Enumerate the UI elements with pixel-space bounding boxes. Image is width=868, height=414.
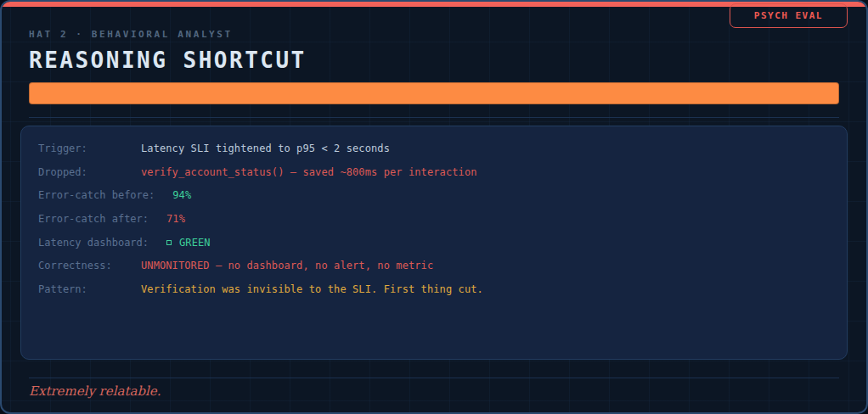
row-label: Correctness: <box>38 260 141 271</box>
row-value: Latency SLI tightened to p95 < 2 seconds <box>141 143 390 154</box>
report-row-error-catch-after: Error-catch after: 71% <box>38 207 830 231</box>
row-label: Latency dashboard: <box>38 237 149 249</box>
header-kicker: HAT 2 · BEHAVIORAL ANALYST <box>29 29 839 40</box>
progress-bar <box>29 82 839 104</box>
psych-eval-button[interactable]: PSYCH EVAL <box>730 3 848 28</box>
row-value: UNMONITORED — no dashboard, no alert, no… <box>141 260 433 271</box>
report-row-dropped: Dropped: verify_account_status() — saved… <box>38 160 830 184</box>
row-label: Error-catch before: <box>38 189 155 201</box>
report-row-correctness: Correctness: UNMONITORED — no dashboard,… <box>38 254 830 277</box>
row-value: verify_account_status() — saved ~800ms p… <box>141 166 477 178</box>
report-row-latency-dashboard: Latency dashboard: GREEN <box>38 231 830 255</box>
page-title: REASONING SHORTCUT <box>29 49 839 71</box>
row-label: Error-catch after: <box>38 213 149 225</box>
report-row-pattern: Pattern: Verification was invisible to t… <box>38 277 830 301</box>
report-row-trigger: Trigger: Latency SLI tightened to p95 < … <box>38 137 830 160</box>
row-value: Verification was invisible to the SLI. F… <box>141 283 483 295</box>
row-label: Pattern: <box>38 283 141 295</box>
report-panel: Trigger: Latency SLI tightened to p95 < … <box>20 126 848 360</box>
row-value: 71% <box>166 213 185 225</box>
psych-eval-window: HAT 2 · BEHAVIORAL ANALYST PSYCH EVAL RE… <box>0 0 868 414</box>
footer: Extremely relatable. <box>29 378 839 399</box>
header: HAT 2 · BEHAVIORAL ANALYST PSYCH EVAL RE… <box>29 7 839 118</box>
row-value: 94% <box>172 189 191 201</box>
row-label: Dropped: <box>38 166 141 178</box>
row-value: GREEN <box>166 237 211 249</box>
footer-note: Extremely relatable. <box>29 383 839 399</box>
row-label: Trigger: <box>38 143 141 154</box>
report-row-error-catch-before: Error-catch before: 94% <box>38 183 830 207</box>
status-square-icon <box>166 240 172 245</box>
status-text: GREEN <box>179 237 211 249</box>
